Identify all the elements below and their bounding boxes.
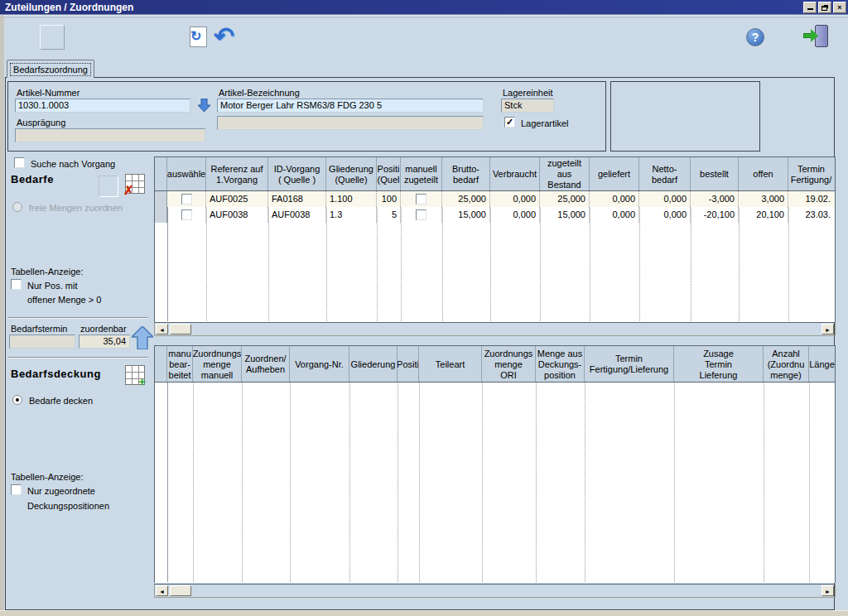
header-nettobedarf[interactable]: Netto- bedarf [639, 157, 691, 190]
cell-zugeteilt: 15,000 [540, 207, 590, 223]
bedarfe-decken-radio[interactable] [12, 395, 22, 405]
down-arrow-icon [198, 99, 210, 113]
scroll-thumb[interactable] [170, 585, 191, 596]
freie-mengen-label: freie Mengen zuordnen [29, 203, 123, 213]
row-select-checkbox[interactable] [181, 194, 192, 205]
header-geliefert[interactable]: geliefert [590, 157, 639, 190]
minimize-button[interactable] [803, 2, 817, 13]
header-auswaehlen[interactable]: auswähle [167, 157, 206, 190]
lagereinheit-label: Lagereinheit [503, 88, 553, 98]
blank-page-icon[interactable] [99, 176, 118, 197]
header-position[interactable]: Positi (Quel [377, 157, 401, 190]
exit-button[interactable] [803, 23, 830, 50]
header-position[interactable]: Positi [398, 346, 419, 382]
header-gliederung[interactable]: Gliederung [349, 346, 398, 382]
suche-nach-vorgang-checkbox[interactable] [14, 157, 25, 168]
cell-termin: 19.02. [788, 191, 834, 207]
artikel-bezeichnung-label: Artikel-Bezeichnung [219, 88, 300, 98]
column-separator [674, 383, 675, 582]
column-separator [242, 383, 243, 582]
nur-pos-mit-label: Nur Pos. mit [27, 281, 78, 291]
header-vorgang-nr[interactable]: Vorgang-Nr. [290, 346, 349, 382]
column-separator [419, 383, 420, 582]
restore-button[interactable] [818, 2, 831, 13]
lagerartikel-checkbox[interactable]: ✓ [504, 117, 515, 128]
header-zugeteilt-bestand[interactable]: zugeteilt aus Bestand [540, 157, 590, 190]
header-offen[interactable]: offen [739, 157, 788, 190]
column-separator [809, 383, 810, 582]
table-row[interactable]: AUF0025 FA0168 1.100 100 25,000 0,000 25… [155, 191, 835, 207]
tab-bedarfszuordnung[interactable]: Bedarfszuordnung [7, 60, 94, 78]
header-zuordnen-aufheben[interactable]: Zuordnen/ Aufheben [242, 346, 290, 382]
header-manuell-zugeteilt[interactable]: manuell zugeteilt [401, 157, 442, 190]
bedarfsdeckung-table-header: manu bear- beitet Zuordnungs menge manue… [155, 345, 835, 383]
artikel-nummer-lookup-button[interactable] [195, 98, 212, 113]
refresh-icon: ↻ [190, 28, 201, 44]
artikel-bezeichnung-field[interactable]: Motor Berger Lahr RSM63/8 FDG 230 5 [217, 99, 484, 113]
cell-bestellt: -3,000 [691, 191, 739, 207]
row-select-checkbox[interactable] [181, 209, 192, 220]
cell-zugeteilt: 25,000 [540, 191, 590, 207]
freie-mengen-radio[interactable] [12, 202, 22, 212]
cell-referenz: AUF0038 [206, 207, 268, 223]
header-bruttobedarf[interactable]: Brutto- bedarf [442, 157, 490, 190]
nur-zugeordnete-checkbox[interactable] [11, 484, 22, 495]
window-bottom-border [0, 610, 848, 616]
auspraegung-label: Ausprägung [17, 118, 65, 128]
zuordenbar-field: 35,04 [79, 334, 130, 349]
header-referenz[interactable]: Referenz auf 1.Vorgang [206, 157, 268, 190]
scroll-right-button[interactable]: ► [822, 324, 834, 334]
refresh-button[interactable]: ↻ [188, 26, 210, 49]
help-button[interactable]: ? [746, 28, 764, 46]
window-title: Zuteilungen / Zuordnungen [0, 2, 133, 13]
header-teileart[interactable]: Teileart [419, 346, 482, 382]
bedarfsdeckung-hscrollbar[interactable]: ◄ ► [154, 584, 836, 598]
cell-gliederung: 1.100 [326, 191, 377, 207]
row-selector[interactable] [155, 207, 167, 223]
nur-pos-mit-checkbox[interactable] [11, 279, 22, 290]
header-gliederung[interactable]: Gliederung (Quelle) [326, 157, 377, 190]
cell-nettobedarf: 0,000 [639, 191, 691, 207]
column-separator [398, 383, 398, 582]
header-laenge[interactable]: Länge [809, 346, 835, 382]
table-add-button[interactable]: + [125, 365, 145, 385]
row-manuell-checkbox[interactable] [416, 209, 426, 220]
bedarfsdeckung-table: manu bear- beitet Zuordnungs menge manue… [154, 345, 836, 583]
allocate-up-button[interactable] [132, 326, 153, 351]
header-termin-fertigung-lieferung[interactable]: Termin Fertigung/Lieferung [585, 346, 674, 382]
header-manuell-bearbeitet[interactable]: manu bear- beitet [167, 346, 193, 382]
table-delete-button[interactable]: ✗ [125, 174, 145, 194]
header-zuordnungsmenge-ori[interactable]: Zuordnungs menge ORI [482, 346, 536, 382]
cell-gliederung: 1.3 [326, 207, 377, 223]
article-form: Artikel-Nummer 1030.1.0003 Artikel-Bezei… [7, 81, 606, 152]
blank-toolbar-button[interactable] [40, 25, 65, 50]
header-bestellt[interactable]: bestellt [691, 157, 739, 190]
exit-arrowhead-icon [811, 29, 818, 42]
scroll-left-button[interactable]: ◄ [156, 324, 168, 334]
bedarfe-hscrollbar[interactable]: ◄ ► [154, 322, 836, 336]
bedarfe-heading: Bedarfe [11, 173, 54, 185]
header-zusage-termin[interactable]: Zusage Termin Lieferung [674, 346, 764, 382]
header-id-vorgang[interactable]: ID-Vorgang ( Quelle ) [268, 157, 326, 190]
undo-icon: ↶ [214, 22, 234, 50]
header-termin-fertigung[interactable]: Termin Fertigung/ [788, 157, 834, 190]
scroll-left-button[interactable]: ◄ [156, 585, 168, 596]
row-manuell-checkbox[interactable] [416, 194, 426, 205]
artikel-bezeichnung-extra-field [217, 116, 484, 130]
restore-icon [822, 6, 827, 11]
undo-button[interactable]: ↶ [214, 22, 243, 50]
column-separator [290, 383, 291, 582]
artikel-nummer-field[interactable]: 1030.1.0003 [15, 99, 190, 113]
table-row[interactable]: AUF0038 AUF0038 1.3 5 15,000 0,000 15,00… [155, 207, 835, 223]
header-zuordnungsmenge-manuell[interactable]: Zuordnungs menge manuell [193, 346, 242, 382]
lagerartikel-label: Lagerartikel [521, 118, 568, 128]
scroll-thumb[interactable] [170, 324, 191, 334]
row-selector[interactable] [155, 191, 167, 207]
suche-nach-vorgang-label: Suche nach Vorgang [31, 159, 115, 169]
scroll-right-button[interactable]: ► [822, 585, 834, 596]
header-anzahl[interactable]: Anzahl (Zuordnu menge) [764, 346, 809, 382]
column-separator [536, 383, 537, 582]
close-button[interactable]: × [833, 2, 846, 13]
header-verbraucht[interactable]: Verbraucht [490, 157, 540, 190]
header-menge-deckungsposition[interactable]: Menge aus Deckungs- position [536, 346, 585, 382]
